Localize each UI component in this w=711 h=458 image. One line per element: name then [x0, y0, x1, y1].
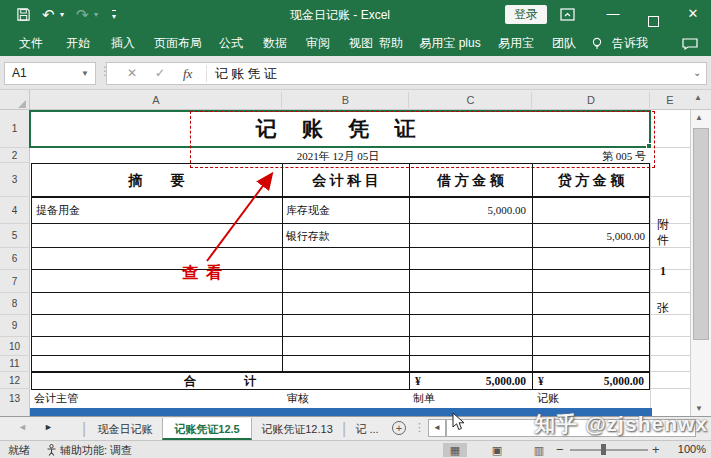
divider	[206, 65, 207, 82]
hscroll-left-button[interactable]: ◄	[428, 419, 446, 437]
total-credit-value: 5,000.00	[604, 373, 644, 389]
vertical-scroll-thumb[interactable]	[693, 128, 709, 340]
header-summary[interactable]: 摘 要	[31, 167, 282, 195]
tab-help[interactable]: 帮助	[374, 30, 408, 56]
zoom-slider-track[interactable]	[570, 449, 648, 451]
formula-bar-strip: A1 ▼ ⋮ ✕ ✓ fx 记 账 凭 证 ⌄	[0, 56, 711, 90]
cell-account-row2[interactable]: 银行存款	[286, 226, 330, 246]
tab-home[interactable]: 开始	[61, 30, 95, 56]
page-layout-view-button[interactable]: ▣	[485, 443, 509, 457]
row-header-6[interactable]: 6	[0, 248, 29, 270]
row-header-11[interactable]: 11	[0, 356, 29, 372]
tab-page-layout[interactable]: 页面布局	[150, 30, 206, 56]
select-all-corner[interactable]	[0, 90, 30, 110]
sheet-tab-voucher-12-5[interactable]: 记账凭证12.5	[162, 418, 252, 440]
column-header-b[interactable]: B	[282, 90, 409, 110]
expand-formula-bar-icon[interactable]: ⌄	[693, 63, 701, 84]
header-credit[interactable]: 贷 方 金 额	[532, 167, 650, 195]
column-header-c[interactable]: C	[409, 90, 532, 110]
voucher-number-cell[interactable]: 第 005 号	[540, 149, 646, 163]
watermark: 知乎 @zjshenwx	[468, 409, 708, 439]
ribbon-tabs: 文件 开始 插入 页面布局 公式 数据 审阅 视图 帮助 易用宝 plus 易用…	[0, 30, 711, 56]
voucher-title-cell[interactable]: 记 账 凭 证	[31, 112, 650, 146]
scroll-up-icon[interactable]: ▲	[695, 113, 703, 122]
ribbon-display-options-icon[interactable]	[560, 8, 575, 22]
comment-icon[interactable]	[682, 38, 698, 50]
name-box-dropdown-icon[interactable]: ▼	[81, 63, 89, 84]
signoff-supervisor[interactable]: 会计主管	[34, 391, 78, 406]
row-header-12[interactable]: 12	[0, 372, 29, 389]
zoom-level[interactable]: 100%	[666, 443, 706, 455]
zoom-in-button[interactable]: +	[652, 442, 660, 457]
header-debit[interactable]: 借 方 金 额	[409, 167, 532, 195]
normal-view-button[interactable]: ▦	[443, 443, 467, 457]
row-header-8[interactable]: 8	[0, 293, 29, 315]
page-break-view-button[interactable]: ▥	[527, 443, 551, 457]
row-header-10[interactable]: 10	[0, 337, 29, 356]
sheet-tab-voucher-12-13[interactable]: 记账凭证12.13	[254, 418, 340, 440]
cell-credit-row2[interactable]: 5,000.00	[532, 226, 645, 246]
zoom-slider-thumb[interactable]	[601, 444, 606, 455]
save-icon[interactable]	[16, 7, 31, 23]
signoff-reviewer[interactable]: 审核	[287, 391, 309, 406]
undo-dropdown-icon[interactable]: ▾	[60, 0, 64, 30]
sign-in-button[interactable]: 登录	[505, 5, 547, 24]
row-header-3[interactable]: 3	[0, 163, 29, 197]
row-header-1[interactable]: 1	[0, 110, 29, 148]
voucher-date-cell[interactable]: 2021年 12月 05日	[190, 149, 486, 163]
header-account[interactable]: 会 计 科 目	[282, 167, 409, 195]
sheet-tab-cash-journal[interactable]: 现金日记账	[88, 418, 162, 440]
scroll-up-top-icon[interactable]: ▲	[694, 93, 702, 102]
row-header-2[interactable]: 2	[0, 148, 29, 163]
redo-dropdown-icon[interactable]: ▾	[94, 0, 98, 30]
tab-yiyongbao[interactable]: 易用宝	[494, 30, 538, 56]
total-label-cell[interactable]: 合 计	[31, 373, 409, 389]
total-credit-cell[interactable]: ¥ 5,000.00	[532, 373, 650, 389]
tab-review[interactable]: 审阅	[301, 30, 335, 56]
undo-button[interactable]: ↶	[42, 0, 55, 30]
new-sheet-button[interactable]: +	[392, 421, 406, 435]
redo-button[interactable]: ↷	[76, 0, 89, 30]
column-header-a[interactable]: A	[30, 90, 282, 110]
tab-data[interactable]: 数据	[258, 30, 292, 56]
attachment-char-2: 件	[654, 232, 672, 249]
formula-bar[interactable]: ✕ ✓ fx 记 账 凭 证 ⌄	[106, 62, 707, 85]
cell-account-row1[interactable]: 库存现金	[286, 199, 330, 222]
accessibility-status[interactable]: 辅助功能: 调查	[60, 443, 132, 458]
total-debit-cell[interactable]: ¥ 5,000.00	[409, 373, 532, 389]
cell-summary-row1[interactable]: 提备用金	[36, 199, 80, 222]
row-header-13[interactable]: 13	[0, 389, 29, 408]
attachment-char-1: 附	[654, 216, 672, 233]
close-button[interactable]: ✕	[678, 0, 708, 30]
tab-insert[interactable]: 插入	[106, 30, 140, 56]
minimize-button[interactable]: —	[598, 0, 628, 30]
sheet-nav-left-icon[interactable]: ◄	[18, 422, 27, 432]
signoff-bookkeeper[interactable]: 记账	[537, 391, 559, 406]
zoom-out-button[interactable]: −	[556, 442, 564, 457]
cancel-icon[interactable]: ✕	[127, 63, 137, 84]
formula-content: 记 账 凭 证	[215, 63, 277, 84]
column-header-d[interactable]: D	[532, 90, 650, 110]
tab-team[interactable]: 团队	[546, 30, 582, 56]
customize-qat-icon[interactable]: ▾	[112, 10, 116, 21]
row-header-4[interactable]: 4	[0, 197, 29, 224]
column-header-e[interactable]: E	[650, 90, 690, 110]
tab-formulas[interactable]: 公式	[214, 30, 248, 56]
row-header-5[interactable]: 5	[0, 224, 29, 248]
enter-icon[interactable]: ✓	[155, 63, 165, 84]
accessibility-icon	[46, 444, 57, 456]
fx-icon[interactable]: fx	[183, 63, 192, 84]
signoff-preparer[interactable]: 制单	[413, 391, 435, 406]
tab-file[interactable]: 文件	[14, 30, 48, 56]
tab-view[interactable]: 视图	[344, 30, 378, 56]
tab-yiyongbao-plus[interactable]: 易用宝 plus	[418, 30, 482, 56]
name-box-value: A1	[12, 63, 27, 84]
row-header-9[interactable]: 9	[0, 315, 29, 337]
sheet-tab-truncated[interactable]: 记 ...	[348, 418, 386, 440]
cell-debit-row1[interactable]: 5,000.00	[409, 199, 526, 222]
name-box[interactable]: A1 ▼	[4, 62, 96, 85]
sheet-nav-right-icon[interactable]: ►	[44, 422, 53, 432]
vertical-scrollbar[interactable]: ▲ ▼	[690, 110, 711, 417]
tell-me-label[interactable]: 告诉我	[608, 30, 652, 56]
row-header-7[interactable]: 7	[0, 270, 29, 293]
